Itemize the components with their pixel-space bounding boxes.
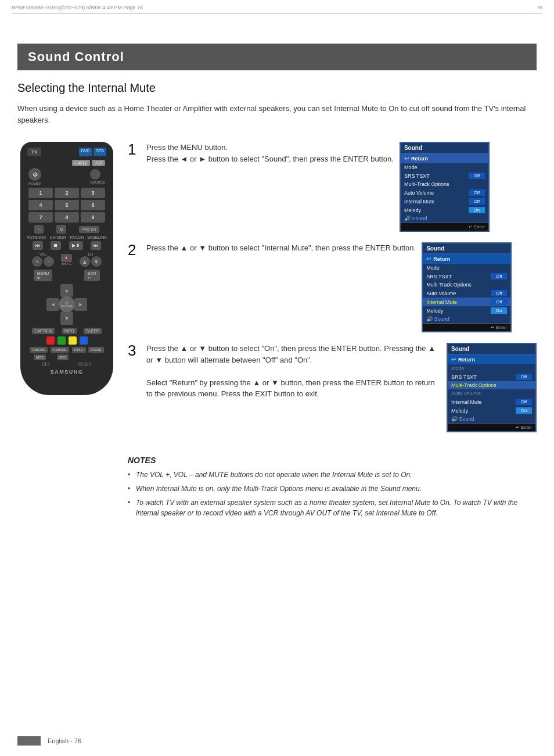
s-mode-button[interactable]: S.MODE <box>51 347 69 353</box>
nav-left-button[interactable]: ◄ <box>46 298 59 311</box>
footer-page: English - 76 <box>48 737 81 744</box>
tv-menu-1-mode: Mode <box>401 163 488 171</box>
caption-button[interactable]: CAPTION <box>32 328 55 334</box>
mute-button[interactable]: 🔇 <box>61 254 72 262</box>
page-title: Sound Control <box>28 49 526 65</box>
btn-8[interactable]: 8 <box>55 212 79 223</box>
btn-1[interactable]: 1 <box>28 188 53 198</box>
title-bar: Sound Control <box>17 44 537 70</box>
btn-7[interactable]: 7 <box>28 212 53 223</box>
power-button[interactable]: ⏻ <box>28 168 41 181</box>
wiselink-label: WISELINK <box>87 235 106 239</box>
stb-button[interactable]: STB <box>93 148 106 156</box>
dvd-button[interactable]: DVD <box>79 148 92 156</box>
tv-menu-1-srs: SRS TSXTOff <box>401 171 488 180</box>
tv-menu-1-title: Sound <box>401 143 488 153</box>
tv-menu-3-srs: SRS TSXTOff <box>448 372 535 381</box>
section-heading: Selecting the Internal Mute <box>17 81 537 95</box>
page-footer: English - 76 <box>17 736 537 746</box>
nav-area: ▲ ◄ @ ENTER ► ▼ <box>25 284 109 325</box>
ff-button[interactable]: ⏭ <box>91 241 101 250</box>
step-1: 1 Press the MENU button. Press the ◄ or … <box>128 142 537 232</box>
mute-label: MUTE <box>61 262 72 266</box>
nav-up-button[interactable]: ▲ <box>60 284 73 297</box>
note-item-1: The VOL +, VOL – and MUTE buttons do not… <box>128 470 537 480</box>
enter-button[interactable]: @ ENTER <box>59 296 75 313</box>
nav-down-button[interactable]: ▼ <box>60 312 73 325</box>
tv-menu-1-return: ↩ Return <box>401 153 488 163</box>
btn-5[interactable]: 5 <box>55 200 79 210</box>
page-indicator: 76 <box>537 5 542 10</box>
play-button[interactable]: ▶⏸ <box>69 241 83 250</box>
tv-menu-2-mode: Mode <box>423 264 510 272</box>
vol-minus[interactable]: − <box>44 256 54 267</box>
btn-3[interactable]: 3 <box>81 188 105 198</box>
step-1-number: 1 <box>128 142 139 232</box>
info-button[interactable]: INFO <box>62 328 77 334</box>
remote-control: TV DVD STB CABLE VCR ⏻ POWER <box>20 142 113 395</box>
ch-down[interactable]: ▼ <box>91 256 102 267</box>
transport-row: ⏮ ⏹ ▶⏸ ⏭ <box>28 241 105 250</box>
tv-menu-3-return: ↩ Return <box>448 354 535 364</box>
bottom-buttons-2: MTS SRS <box>28 354 105 360</box>
tv-button[interactable]: TV <box>27 148 41 156</box>
stop-button[interactable]: ⏹ <box>51 241 61 250</box>
power-source-row: ⏻ POWER SOURCE <box>25 168 109 185</box>
dash-button[interactable]: – <box>34 225 44 234</box>
p-mode-button[interactable]: P.MODE <box>30 347 48 353</box>
ch-up[interactable]: ▲ <box>80 256 90 267</box>
remote-source-selector: TV DVD STB <box>25 148 109 156</box>
btn-2[interactable]: 2 <box>55 188 79 198</box>
yellow-button[interactable] <box>69 336 77 345</box>
footer-bar <box>17 736 41 746</box>
exit-button[interactable]: EXIT↩ <box>84 270 100 281</box>
set-label: SET <box>42 362 51 366</box>
vcr-button[interactable]: VCR <box>92 160 105 166</box>
source-button[interactable] <box>90 169 100 180</box>
tv-menu-2-title: Sound <box>423 243 510 254</box>
tv-menu-1-melody: MelodyOn <box>401 206 488 214</box>
nav-cross: ▲ ◄ @ ENTER ► ▼ <box>46 284 87 325</box>
blank-btn <box>80 354 84 360</box>
tv-menu-3-sound: 🔊 Sound <box>448 415 535 423</box>
rew-button[interactable]: ⏮ <box>33 241 43 250</box>
note-item-2: When Internal Mute is on, only the Multi… <box>128 483 537 494</box>
step-3-number: 3 <box>128 343 139 432</box>
prech-button[interactable]: PRE-CH <box>79 226 99 233</box>
tv-menu-2-melody: MelodyOn <box>423 306 510 315</box>
step-2: 2 Press the ▲ or ▼ button to select "Int… <box>128 242 537 332</box>
main-content: Selecting the Internal Mute When using a… <box>17 81 537 522</box>
step-3: 3 Press the ▲ or ▼ button to select "On"… <box>128 343 537 432</box>
tv-menu-1-auto: Auto VolumeOff <box>401 188 488 197</box>
tv-menu-1-sound: 🔊 Sound <box>401 214 488 223</box>
cable-button[interactable]: CABLE <box>72 160 90 166</box>
vol-plus[interactable]: + <box>32 256 42 267</box>
still-button[interactable]: STILL <box>72 347 86 353</box>
notes-list: The VOL +, VOL – and MUTE buttons do not… <box>128 470 537 518</box>
tv-menu-2-multi: Multi-Track Options <box>423 281 510 289</box>
tv-menu-2-footer: ↵ Enter <box>423 323 510 331</box>
green-button[interactable] <box>57 336 66 345</box>
color-row <box>28 336 105 345</box>
menu-button[interactable]: MENU⊞ <box>34 270 53 281</box>
tv-menu-1-footer: ↵ Enter <box>401 223 488 231</box>
srs-button[interactable]: SRS <box>57 354 69 360</box>
red-button[interactable] <box>46 336 55 345</box>
step-1-row: Press the MENU button. Press the ◄ or ► … <box>146 142 490 232</box>
vol-ch-area: VOL + − 🔇 MUTE CH ▲ ▼ <box>28 253 105 267</box>
btn-6[interactable]: 6 <box>81 200 105 210</box>
step-2-number: 2 <box>128 242 139 332</box>
btn-0[interactable]: 0 <box>56 225 66 234</box>
antenna-row: ANTENNA CH MGR FAV.CH WISELINK <box>25 235 109 239</box>
nav-right-button[interactable]: ► <box>74 298 87 311</box>
mts-button[interactable]: MTS <box>34 354 46 360</box>
btn-9[interactable]: 9 <box>81 212 105 223</box>
blue-button[interactable] <box>80 336 88 345</box>
btn-4[interactable]: 4 <box>28 200 53 210</box>
antenna-label: ANTENNA <box>27 235 46 239</box>
blank-btn2 <box>95 354 100 360</box>
step-1-text: Press the MENU button. Press the ◄ or ► … <box>146 142 394 164</box>
p-size-button[interactable]: P.SIZE <box>88 347 103 353</box>
remote-container: TV DVD STB CABLE VCR ⏻ POWER <box>17 142 116 522</box>
sleep-button[interactable]: SLEEP <box>84 328 102 334</box>
